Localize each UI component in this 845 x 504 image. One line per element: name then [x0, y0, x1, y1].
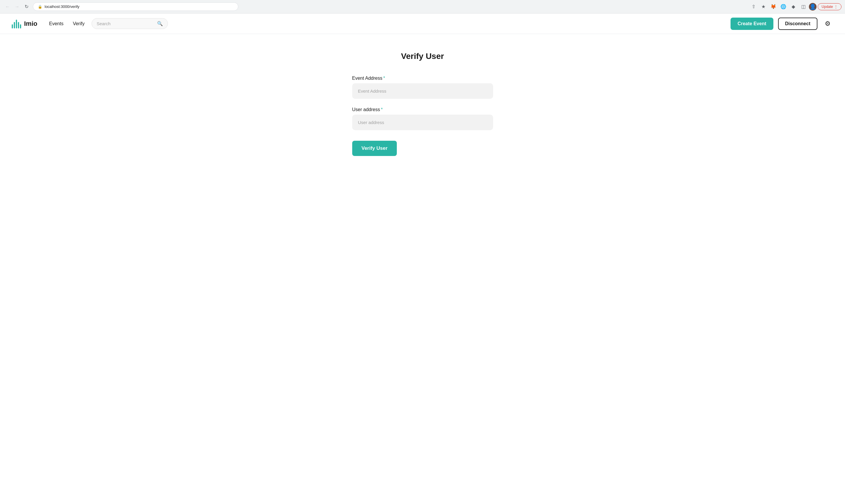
user-address-group: User address * [352, 107, 493, 130]
page-title: Verify User [401, 52, 444, 61]
update-label: Update [822, 5, 833, 9]
address-bar[interactable]: 🔒 localhost:3000/verify [33, 2, 238, 11]
create-event-button[interactable]: Create Event [730, 18, 773, 30]
event-address-label: Event Address * [352, 76, 493, 81]
share-button[interactable]: ⇧ [749, 2, 758, 11]
nav-events[interactable]: Events [49, 21, 64, 26]
browser-actions: ⇧ ★ 🦊 🌐 ◆ ◫ 👤 Update ⋮ [749, 2, 842, 11]
extension2-button[interactable]: 🌐 [779, 2, 788, 11]
search-bar: 🔍 [91, 18, 168, 29]
sidebar-button[interactable]: ◫ [799, 2, 808, 11]
logo-bar-3 [16, 20, 17, 29]
logo-bar-1 [12, 24, 13, 29]
form-container: Event Address * User address * Verify Us… [352, 76, 493, 156]
settings-icon[interactable]: ⚙ [822, 18, 833, 29]
logo-name: Imio [24, 20, 37, 28]
back-button[interactable]: ← [3, 3, 12, 11]
nav-links: Events Verify [49, 21, 85, 26]
header-right: Create Event Disconnect ⚙ [730, 18, 833, 30]
user-address-input[interactable] [352, 115, 493, 130]
disconnect-button[interactable]: Disconnect [778, 18, 817, 30]
browser-nav-buttons: ← → ↻ [3, 3, 31, 11]
logo-bar-5 [20, 24, 21, 29]
logo-bar-4 [18, 22, 19, 29]
logo-icon [12, 19, 21, 29]
main-content: Verify User Event Address * User address… [0, 34, 845, 174]
event-address-input[interactable] [352, 83, 493, 99]
user-address-required: * [381, 107, 383, 112]
search-icon[interactable]: 🔍 [157, 21, 163, 26]
user-address-label: User address * [352, 107, 493, 112]
logo-bar-2 [14, 22, 15, 29]
url-text: localhost:3000/verify [45, 4, 80, 9]
event-address-required: * [383, 76, 385, 81]
update-button[interactable]: Update ⋮ [818, 3, 842, 10]
app-header: Imio Events Verify 🔍 Create Event Discon… [0, 14, 845, 34]
logo-area[interactable]: Imio [12, 19, 37, 29]
verify-user-button[interactable]: Verify User [352, 141, 397, 156]
browser-chrome: ← → ↻ 🔒 localhost:3000/verify ⇧ ★ 🦊 🌐 ◆ … [0, 0, 845, 14]
extensions-button[interactable]: ◆ [789, 2, 798, 11]
event-address-group: Event Address * [352, 76, 493, 99]
forward-button[interactable]: → [13, 3, 21, 11]
profile-avatar[interactable]: 👤 [809, 3, 816, 11]
nav-verify[interactable]: Verify [73, 21, 85, 26]
update-menu-icon: ⋮ [834, 5, 838, 9]
extension1-button[interactable]: 🦊 [769, 2, 778, 11]
reload-button[interactable]: ↻ [22, 3, 31, 11]
lock-icon: 🔒 [38, 5, 42, 9]
search-input[interactable] [97, 21, 154, 26]
bookmark-button[interactable]: ★ [759, 2, 768, 11]
